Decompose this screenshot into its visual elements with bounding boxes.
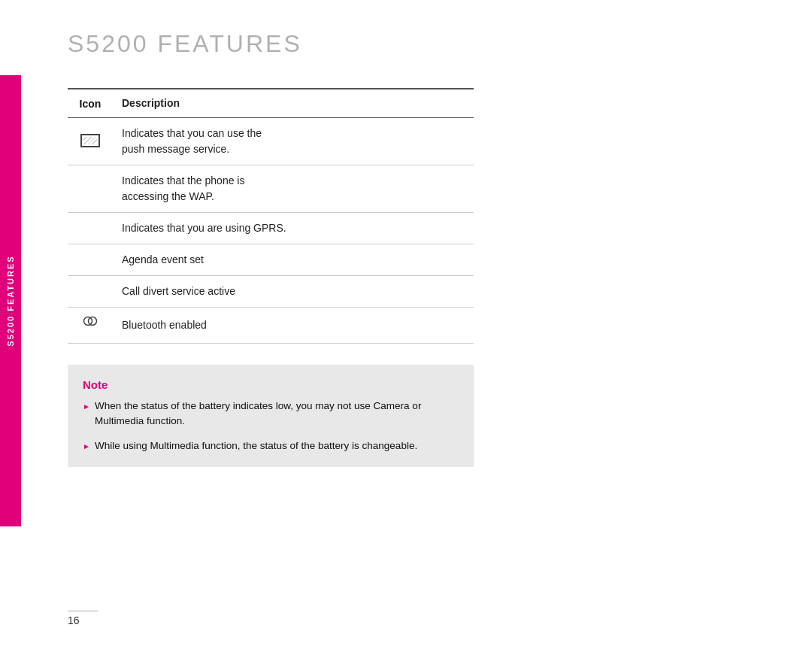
table-row: Indicates that the phone is accessing th… [68, 165, 474, 213]
table-row: Indicates that you are using GPRS. [68, 213, 474, 244]
sidebar-tab-label: S5200 FEATURES [6, 255, 15, 346]
table-cell-desc: Bluetooth enabled [113, 308, 474, 344]
table-cell-icon [68, 308, 113, 344]
note-text-2: While using Multimedia function, the sta… [95, 438, 459, 453]
table-header-desc: Description [113, 89, 474, 118]
table-cell-desc: Agenda event set [113, 244, 474, 276]
note-box: Note ► When the status of the battery in… [68, 365, 474, 467]
table-cell-icon [68, 118, 113, 165]
table-cell-desc: Indicates that you can use the push mess… [113, 118, 474, 165]
main-content: S5200 FEATURES Icon Description Indicate… [68, 30, 474, 467]
table-cell-desc: Indicates that you are using GPRS. [113, 213, 474, 244]
sidebar-tab: S5200 FEATURES [0, 75, 21, 526]
bluetooth-icon [82, 315, 98, 335]
table-cell-icon [68, 165, 113, 213]
table-cell-icon [68, 244, 113, 276]
note-bullet-icon-2: ► [83, 441, 90, 452]
table-row: Indicates that you can use the push mess… [68, 118, 474, 165]
features-table: Icon Description Indicates that you can … [68, 88, 474, 344]
table-cell-desc: Indicates that the phone is accessing th… [113, 165, 474, 213]
envelope-icon [80, 134, 100, 147]
table-cell-icon [68, 213, 113, 244]
table-cell-desc: Call divert service active [113, 276, 474, 308]
note-title: Note [83, 378, 459, 391]
page-number: 16 [68, 614, 80, 626]
table-header-row: Icon Description [68, 89, 474, 118]
table-row: Agenda event set [68, 244, 474, 276]
note-item-1: ► When the status of the battery indicat… [83, 399, 459, 429]
note-item-2: ► While using Multimedia function, the s… [83, 438, 459, 453]
page-title: S5200 FEATURES [68, 30, 474, 58]
note-text-1: When the status of the battery indicates… [95, 399, 459, 429]
note-bullet-icon: ► [83, 401, 90, 412]
table-cell-icon [68, 276, 113, 308]
table-row: Call divert service active [68, 276, 474, 308]
table-row: Bluetooth enabled [68, 308, 474, 344]
page-divider [68, 611, 98, 611]
table-header-icon: Icon [68, 89, 113, 118]
